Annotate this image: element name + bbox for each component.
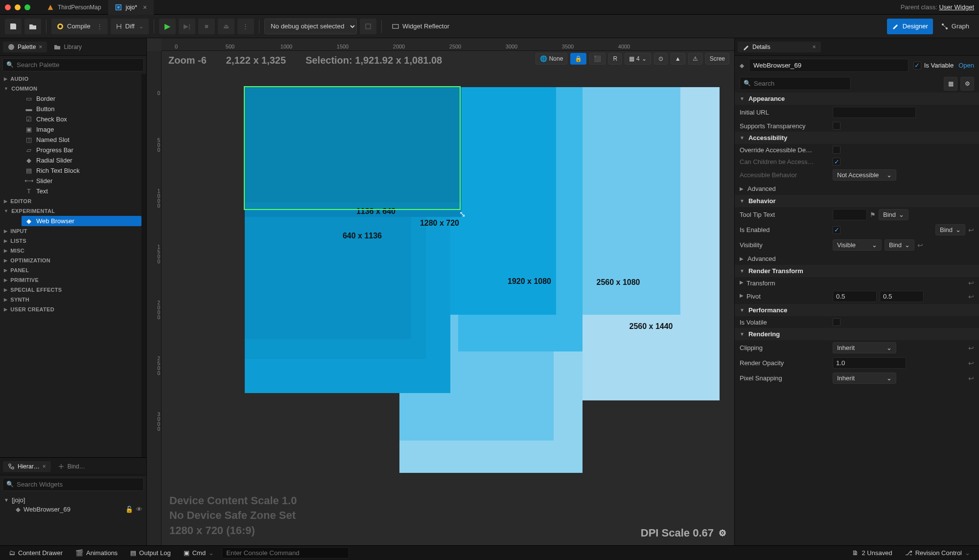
eject-button[interactable]: ⏏ <box>218 19 234 34</box>
animations-button[interactable]: 🎬Animations <box>70 547 122 559</box>
pivot-x-input[interactable] <box>833 291 877 302</box>
category-misc[interactable]: ▶MISC <box>0 246 141 256</box>
minimize-window-button[interactable] <box>15 4 21 10</box>
tree-item-webbrowser[interactable]: ◆WebBrowser_69🔓👁 <box>4 505 142 514</box>
tooltip-input[interactable] <box>833 209 867 220</box>
debug-object-select[interactable]: No debug object selected <box>264 19 357 34</box>
play-options-button[interactable]: ⋮ <box>237 19 254 34</box>
widget-name-input[interactable] <box>749 59 909 72</box>
enabled-bind-button[interactable]: Bind⌄ <box>935 224 965 235</box>
initial-url-input[interactable] <box>833 107 916 118</box>
settings-button[interactable]: ⚙ <box>960 77 974 91</box>
outline-button[interactable]: ▲ <box>671 53 685 65</box>
close-window-button[interactable] <box>5 4 11 10</box>
hierarchy-search-input[interactable] <box>2 478 144 491</box>
gear-icon[interactable]: ⚙ <box>719 528 726 538</box>
section-performance[interactable]: ▼Performance <box>735 304 979 316</box>
section-accessibility[interactable]: ▼Accessibility <box>735 132 979 144</box>
close-tab-button[interactable]: × <box>143 3 147 11</box>
enabled-checkbox[interactable]: ✓ <box>833 226 840 234</box>
palette-search-input[interactable] <box>2 58 144 71</box>
step-button[interactable]: ▶| <box>179 19 195 34</box>
section-appearance[interactable]: ▼Appearance <box>735 93 979 105</box>
palette-item-text[interactable]: TText <box>22 186 141 196</box>
tab-hierarchy[interactable]: Hierar…× <box>3 461 51 472</box>
section-render-transform[interactable]: ▼Render Transform <box>735 265 979 277</box>
category-optimization[interactable]: ▶OPTIMIZATION <box>0 256 141 265</box>
transparency-checkbox[interactable] <box>833 122 840 130</box>
resize-handle-cursor[interactable]: ⤡ <box>459 210 469 219</box>
section-behavior[interactable]: ▼Behavior <box>735 195 979 207</box>
close-icon[interactable]: × <box>43 463 46 470</box>
design-surface[interactable]: 2560 x 1440 2560 x 1080 1536 x 2048 1080… <box>245 87 720 545</box>
pixel-snapping-select[interactable]: Inherit⌄ <box>833 373 896 384</box>
close-icon[interactable]: × <box>39 44 42 50</box>
tab-palette[interactable]: Palette× <box>3 42 47 52</box>
palette-item-progress-bar[interactable]: ▱Progress Bar <box>22 145 141 155</box>
property-matrix-button[interactable]: ▦ <box>944 77 957 91</box>
palette-item-rich-text[interactable]: ▤Rich Text Block <box>22 165 141 176</box>
lock-toggle[interactable]: 🔒 <box>570 53 586 65</box>
maximize-window-button[interactable] <box>24 4 30 10</box>
reset-icon[interactable]: ↩ <box>917 241 923 249</box>
eye-icon[interactable]: 👁 <box>136 506 142 513</box>
palette-item-button[interactable]: ▬Button <box>22 104 141 114</box>
warning-button[interactable]: ⚠ <box>688 53 702 65</box>
section-rendering[interactable]: ▼Rendering <box>735 328 979 340</box>
tree-root[interactable]: ▼[jojo] <box>4 495 142 505</box>
parent-class-link[interactable]: User Widget <box>939 3 974 11</box>
visibility-select[interactable]: Visible⌄ <box>833 239 882 251</box>
category-editor[interactable]: ▶EDITOR <box>0 196 141 206</box>
tab-thirdpersonmap[interactable]: ThirdPersonMap <box>40 0 108 15</box>
reset-icon[interactable]: ↩ <box>968 359 974 367</box>
grid-snap-button[interactable]: ▦ 4 ⌄ <box>625 53 651 65</box>
revision-control-button[interactable]: ⎇Revision Control⌄ <box>900 547 975 559</box>
details-search-input[interactable] <box>740 77 851 90</box>
cmd-button[interactable]: ▣Cmd⌄ <box>179 547 219 559</box>
palette-item-named-slot[interactable]: ◫Named Slot <box>22 135 141 145</box>
render-opacity-input[interactable] <box>833 357 906 369</box>
category-panel[interactable]: ▶PANEL <box>0 265 141 275</box>
browse-button[interactable] <box>24 19 41 34</box>
localization-button[interactable]: 🌐 None <box>536 53 568 65</box>
layout-toggle[interactable]: ⬛ <box>589 53 606 65</box>
close-icon[interactable]: × <box>813 44 816 50</box>
category-input[interactable]: ▶INPUT <box>0 226 141 236</box>
category-experimental[interactable]: ▼EXPERIMENTAL <box>0 206 141 216</box>
visibility-bind-button[interactable]: Bind⌄ <box>885 239 914 251</box>
section-advanced-1[interactable]: ▶Advanced <box>735 183 979 195</box>
unlock-icon[interactable]: 🔓 <box>125 506 133 513</box>
stop-button[interactable]: ■ <box>198 19 215 34</box>
widget-reflector-button[interactable]: Widget Reflector <box>387 19 454 34</box>
screen-size-button[interactable]: Scree <box>705 53 729 65</box>
unsaved-button[interactable]: 🗎2 Unsaved <box>847 547 897 559</box>
category-lists[interactable]: ▶LISTS <box>0 236 141 246</box>
play-button[interactable]: ▶ <box>159 19 176 34</box>
category-user-created[interactable]: ▶USER CREATED <box>0 304 141 314</box>
category-special-effects[interactable]: ▶SPECIAL EFFECTS <box>0 285 141 295</box>
section-advanced-2[interactable]: ▶Advanced <box>735 253 979 265</box>
override-accessible-checkbox[interactable] <box>833 146 840 154</box>
category-audio[interactable]: ▶AUDIO <box>0 74 141 84</box>
category-primitive[interactable]: ▶PRIMITIVE <box>0 275 141 285</box>
volatile-checkbox[interactable] <box>833 318 840 326</box>
palette-item-checkbox[interactable]: ☑Check Box <box>22 114 141 124</box>
palette-item-web-browser[interactable]: ◆Web Browser <box>22 216 141 226</box>
reset-icon[interactable]: ↩ <box>968 293 974 301</box>
find-in-cb-button[interactable] <box>360 19 376 34</box>
palette-item-border[interactable]: ▭Border <box>22 93 141 104</box>
tab-bind[interactable]: Bind… <box>53 461 90 472</box>
flag-icon[interactable]: ⚑ <box>870 211 876 218</box>
category-common[interactable]: ▼COMMON <box>0 84 141 93</box>
content-drawer-button[interactable]: 🗂Content Drawer <box>4 547 68 559</box>
console-command-input[interactable] <box>222 547 349 559</box>
reset-icon[interactable]: ↩ <box>968 279 974 287</box>
tab-jojo[interactable]: jojo* × <box>108 0 154 15</box>
designer-canvas[interactable]: 05001000150020002500300035004000 0 500 1… <box>147 38 734 545</box>
palette-item-slider[interactable]: ⟷Slider <box>22 176 141 186</box>
reset-icon[interactable]: ↩ <box>968 374 974 382</box>
output-log-button[interactable]: ▤Output Log <box>125 547 175 559</box>
palette-item-image[interactable]: ▣Image <box>22 124 141 135</box>
designer-mode-button[interactable]: Designer <box>887 19 933 34</box>
open-blueprint-link[interactable]: Open <box>958 62 974 69</box>
